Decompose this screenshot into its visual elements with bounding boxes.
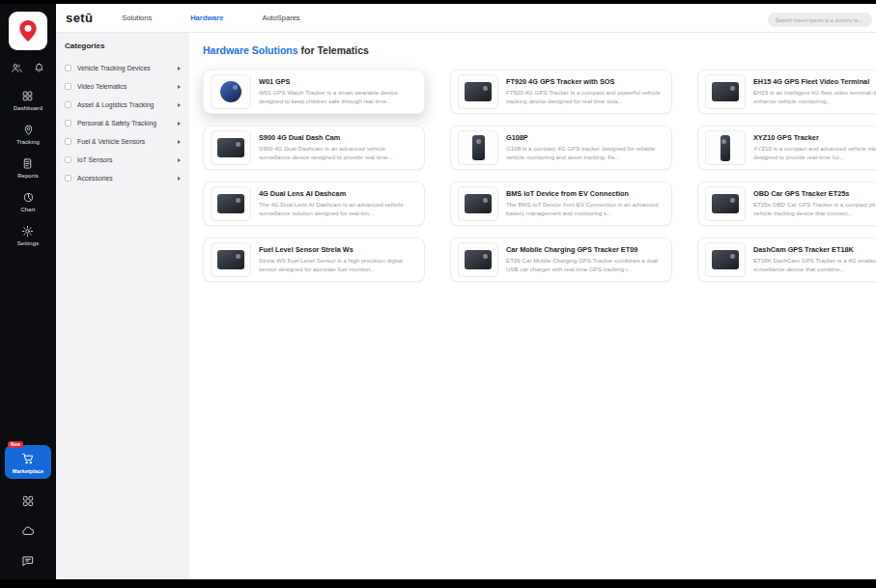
category-label: Accessories (77, 175, 113, 182)
cloud-icon[interactable] (21, 524, 35, 538)
product-description: S900 4G Dual Dashcam is an advanced vehi… (259, 145, 417, 162)
nav-item-solutions[interactable]: Solutions (122, 14, 152, 22)
tracking-icon (22, 124, 35, 136)
sidebar: Dashboard Tracking Reports Chart (0, 4, 56, 579)
category-item-iot-sensors[interactable]: IoT Sensors (65, 151, 181, 169)
product-image (705, 74, 746, 109)
product-card-eh15[interactable]: EH15 4G GPS Fleet Video Terminal EH15 is… (697, 70, 876, 114)
category-label: Asset & Logistics Tracking (77, 101, 154, 108)
chevron-right-icon (178, 177, 181, 181)
product-image (211, 130, 251, 165)
chevron-right-icon (178, 140, 181, 144)
top-navigation-bar: setū Solutions Hardware AutoSpares (56, 4, 876, 33)
categories-title: Categories (65, 42, 181, 50)
product-description: Strela WS Fuel Level Sensor is a high pr… (259, 257, 417, 274)
product-card-bms-iot[interactable]: BMS IoT Device from EV Connection The BM… (450, 182, 672, 226)
reports-icon (21, 157, 34, 170)
product-title: EH15 4G GPS Fleet Video Terminal (753, 77, 876, 86)
cart-icon (21, 452, 35, 465)
sidebar-item-label: Dashboard (14, 105, 42, 111)
product-image (211, 74, 251, 109)
app-logo[interactable] (9, 12, 47, 50)
bell-icon[interactable] (33, 62, 45, 74)
category-checkbox[interactable] (65, 65, 71, 71)
product-grid: W01 GPS W01 GPS Watch Tracker is a smart… (203, 70, 876, 282)
sidebar-item-tracking[interactable]: Tracking (16, 124, 40, 145)
category-checkbox[interactable] (65, 101, 71, 108)
product-card-g108p[interactable]: G108P G108 is a compact 4G GPS tracker d… (450, 126, 672, 170)
product-image (705, 242, 746, 277)
category-item-vehicle-tracking[interactable]: Vehicle Tracking Devices (65, 59, 181, 77)
category-checkbox[interactable] (65, 120, 71, 126)
product-card-xyz10[interactable]: XYZ10 GPS Tracker XYZ10 is a compact and… (697, 126, 876, 170)
product-title: FT920 4G GPS Tracker with SOS (506, 77, 664, 86)
category-item-personal-safety[interactable]: Personal & Safety Tracking (65, 114, 181, 132)
category-item-fuel-sensors[interactable]: Fuel & Vehicle Sensors (65, 132, 181, 151)
categories-panel: Categories Vehicle Tracking Devices Vide… (56, 33, 189, 579)
category-checkbox[interactable] (65, 156, 71, 163)
sidebar-item-reports[interactable]: Reports (17, 157, 39, 179)
product-description: W01 GPS Watch Tracker is a smart wearabl… (259, 89, 417, 106)
category-label: Video Telematics (77, 83, 127, 90)
sidebar-item-label: Chart (20, 207, 35, 212)
app-window: Dashboard Tracking Reports Chart (0, 0, 876, 588)
product-description: The 4G Dual Lens AI Dashcam is an advanc… (259, 201, 417, 218)
sidebar-bottom-icons (21, 494, 35, 568)
category-label: IoT Sensors (77, 156, 113, 163)
category-checkbox[interactable] (65, 83, 71, 90)
apps-grid-icon[interactable] (21, 494, 35, 508)
category-checkbox[interactable] (65, 175, 71, 182)
sidebar-item-label: Reports (17, 173, 39, 179)
product-image (705, 130, 746, 165)
sidebar-item-chart[interactable]: Chart (20, 191, 35, 212)
settings-gear-icon (21, 225, 34, 238)
chevron-right-icon (178, 85, 181, 89)
page-title-rest: for Telematics (298, 44, 369, 56)
product-card-s900[interactable]: S900 4G Dual Dash Cam S900 4G Dual Dashc… (203, 126, 425, 170)
product-title: XYZ10 GPS Tracker (753, 133, 876, 142)
product-title: DashCam GPS Tracker ET18K (753, 245, 876, 254)
top-nav: Solutions Hardware AutoSpares (122, 14, 299, 22)
product-image (211, 186, 251, 221)
dashboard-icon (21, 90, 34, 102)
product-title: 4G Dual Lens AI Dashcam (259, 189, 417, 198)
product-card-4g-dual-lens[interactable]: 4G Dual Lens AI Dashcam The 4G Dual Lens… (203, 182, 425, 226)
product-card-et09[interactable]: Car Mobile Charging GPS Tracker ET09 ET0… (450, 238, 672, 282)
category-item-accessories[interactable]: Accessories (65, 169, 181, 187)
chart-icon (22, 191, 35, 204)
page-title: Hardware Solutions for Telematics (203, 44, 876, 56)
product-card-strela-ws[interactable]: Fuel Level Sensor Strela Ws Strela WS Fu… (203, 238, 425, 282)
search-input[interactable] (768, 13, 872, 27)
product-image (705, 186, 746, 221)
product-image (458, 186, 498, 221)
feedback-icon[interactable] (21, 554, 35, 568)
product-description: ET25s OBD Car GPS Tracker is a compact p… (753, 201, 876, 218)
category-item-video-telematics[interactable]: Video Telematics (65, 77, 181, 96)
product-card-et25s[interactable]: OBD Car GPS Tracker ET25s ET25s OBD Car … (697, 182, 876, 226)
product-card-et18k[interactable]: DashCam GPS Tracker ET18K ET18K DashCam … (697, 238, 876, 282)
product-description: The BMS IoT Device from EV Connection is… (506, 201, 664, 218)
sidebar-item-dashboard[interactable]: Dashboard (14, 90, 42, 111)
sidebar-item-label: Tracking (16, 139, 40, 145)
main-content: Hardware Solutions for Telematics W01 GP… (189, 33, 876, 579)
map-pin-icon (15, 18, 41, 43)
product-image (458, 74, 498, 109)
category-item-asset-logistics[interactable]: Asset & Logistics Tracking (65, 96, 181, 114)
sidebar-item-marketplace[interactable]: New Marketplace (5, 445, 51, 479)
chevron-right-icon (178, 67, 181, 70)
nav-item-hardware[interactable]: Hardware (190, 14, 223, 22)
product-description: ET18K DashCam GPS Tracker is a 4G enable… (753, 257, 876, 274)
product-card-ft920[interactable]: FT920 4G GPS Tracker with SOS FT920 4G G… (450, 70, 672, 114)
product-image (458, 242, 498, 277)
brand-logo[interactable]: setū (66, 11, 93, 25)
product-description: XYZ10 is a compact and advanced vehicle … (753, 145, 876, 162)
category-label: Personal & Safety Tracking (77, 120, 156, 126)
product-card-w01-gps[interactable]: W01 GPS W01 GPS Watch Tracker is a smart… (203, 70, 425, 114)
category-checkbox[interactable] (65, 138, 71, 145)
nav-item-autospares[interactable]: AutoSpares (262, 14, 299, 22)
sidebar-item-settings[interactable]: Settings (17, 225, 40, 246)
chevron-right-icon (178, 103, 181, 107)
product-title: G108P (506, 133, 664, 142)
users-icon[interactable] (11, 62, 23, 74)
product-description: G108 is a compact 4G GPS tracker designe… (506, 145, 664, 162)
